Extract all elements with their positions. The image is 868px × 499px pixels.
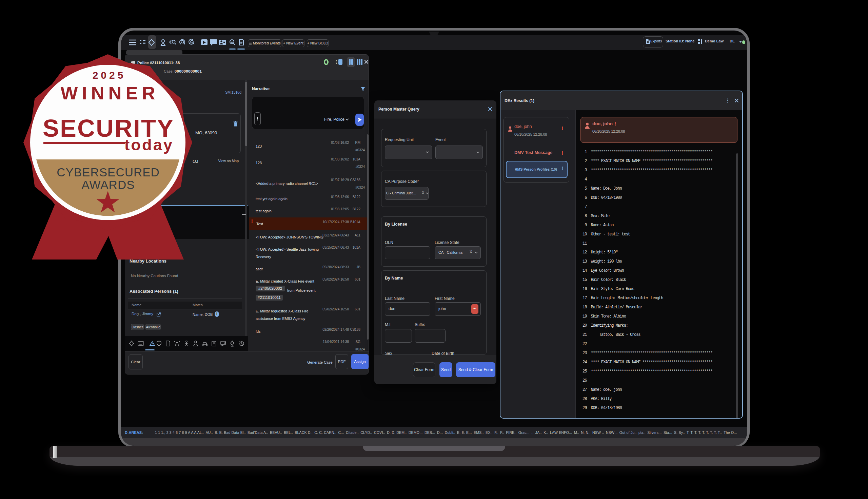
svg-text:AWARDS: AWARDS [82,178,135,191]
svg-text:CYBERSECURED: CYBERSECURED [57,166,160,179]
svg-text:today: today [124,136,174,154]
svg-text:WINNER: WINNER [61,83,159,103]
svg-text:2025: 2025 [92,70,126,81]
